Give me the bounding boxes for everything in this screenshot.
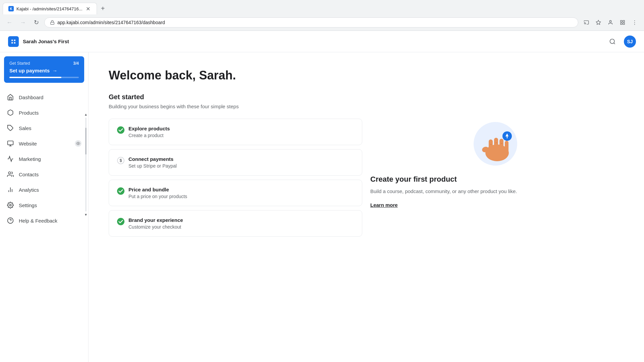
sidebar-item-label: Website xyxy=(19,141,70,146)
svg-rect-31 xyxy=(489,139,493,153)
sidebar-item-label: Dashboard xyxy=(19,95,82,100)
svg-rect-0 xyxy=(51,22,54,24)
bookmark-button[interactable] xyxy=(593,17,604,28)
nav-items: Dashboard Products Sales xyxy=(0,87,88,362)
get-started-section: Get started Building your business begin… xyxy=(109,93,624,109)
browser-chrome: K Kajabi - /admin/sites/214764716... ✕ +… xyxy=(0,0,644,31)
scroll-down-arrow[interactable]: ▼ xyxy=(84,213,88,217)
get-started-action: Set up payments → xyxy=(9,68,79,73)
active-tab[interactable]: K Kajabi - /admin/sites/214764716... ✕ xyxy=(3,3,97,14)
app-body: Get Started 3/4 Set up payments → xyxy=(0,52,644,362)
page-title: Welcome back, Sarah. xyxy=(109,68,624,82)
forward-button[interactable]: → xyxy=(17,17,28,28)
sidebar-item-help[interactable]: Help & Feedback xyxy=(0,213,88,228)
product-cta-description: Build a course, podcast, community, or a… xyxy=(370,188,624,195)
step-brand-experience[interactable]: Brand your experience Customize your che… xyxy=(109,210,362,237)
step-dollar-icon: $ xyxy=(117,157,124,164)
svg-point-19 xyxy=(8,172,11,174)
address-bar[interactable]: app.kajabi.com/admin/sites/2147647163/da… xyxy=(44,17,578,27)
product-cta-title: Create your first product xyxy=(370,175,624,184)
tab-favicon: K xyxy=(8,6,14,11)
sidebar-item-website[interactable]: Website xyxy=(0,136,88,151)
new-tab-button[interactable]: + xyxy=(98,4,108,13)
step-content: Connect payments Set up Stripe or Paypal xyxy=(128,156,177,169)
search-button[interactable] xyxy=(606,36,619,48)
svg-point-27 xyxy=(117,187,124,195)
get-started-progress: 3/4 xyxy=(73,61,79,66)
cast-button[interactable] xyxy=(581,17,592,28)
marketing-icon xyxy=(7,155,14,163)
step-subtitle: Put a price on your products xyxy=(128,194,187,199)
step-content: Explore products Create a product xyxy=(128,126,170,138)
scroll-up-arrow[interactable]: ▲ xyxy=(84,113,88,116)
step-explore-products[interactable]: Explore products Create a product xyxy=(109,119,362,145)
svg-point-3 xyxy=(609,20,611,22)
sidebar-item-label: Help & Feedback xyxy=(19,218,82,224)
sidebar-item-dashboard[interactable]: Dashboard xyxy=(0,89,88,105)
contacts-icon xyxy=(7,171,14,178)
step-title: Price and bundle xyxy=(128,187,187,192)
product-illustration xyxy=(370,119,624,166)
sidebar-item-settings[interactable]: Settings xyxy=(0,197,88,213)
avatar[interactable]: SJ xyxy=(624,36,636,48)
sidebar-item-contacts[interactable]: Contacts xyxy=(0,167,88,182)
sidebar-item-sales[interactable]: Sales xyxy=(0,120,88,136)
svg-rect-11 xyxy=(14,42,15,43)
get-started-arrow: → xyxy=(52,68,57,73)
step-content: Brand your experience Customize your che… xyxy=(128,217,183,230)
step-subtitle: Set up Stripe or Paypal xyxy=(128,163,177,169)
svg-rect-9 xyxy=(14,40,15,41)
url-text: app.kajabi.com/admin/sites/2147647163/da… xyxy=(57,20,573,25)
back-button[interactable]: ← xyxy=(4,17,15,28)
content-grid: Explore products Create a product $ Conn… xyxy=(109,119,624,237)
sidebar-scrollbar: ▲ ▼ xyxy=(84,113,88,217)
svg-point-28 xyxy=(117,218,124,225)
analytics-icon xyxy=(7,186,14,193)
profile-button[interactable] xyxy=(605,17,616,28)
get-started-label-text: Get Started xyxy=(9,61,30,66)
svg-rect-8 xyxy=(12,40,13,41)
svg-rect-33 xyxy=(499,139,503,153)
svg-rect-5 xyxy=(623,20,625,22)
sidebar-item-analytics[interactable]: Analytics xyxy=(0,182,88,197)
sidebar-item-marketing[interactable]: Marketing xyxy=(0,151,88,167)
header-brand: Sarah Jonas's First xyxy=(8,36,69,47)
step-check-icon xyxy=(117,126,124,134)
tab-close-button[interactable]: ✕ xyxy=(85,6,91,12)
browser-toolbar: ← → ↻ app.kajabi.com/admin/sites/2147647… xyxy=(0,14,644,31)
main-content: Welcome back, Sarah. Get started Buildin… xyxy=(89,52,644,362)
step-check-icon xyxy=(117,218,124,225)
svg-rect-34 xyxy=(505,141,508,153)
svg-rect-4 xyxy=(621,20,622,22)
sales-icon xyxy=(7,124,14,132)
svg-rect-40 xyxy=(507,136,507,138)
svg-point-12 xyxy=(610,39,614,43)
scrollbar-track xyxy=(85,118,87,212)
progress-bar-fill xyxy=(9,77,61,78)
reload-button[interactable]: ↻ xyxy=(31,17,42,28)
svg-rect-7 xyxy=(623,23,625,24)
section-title: Get started xyxy=(109,93,624,101)
step-header: Price and bundle Put a price on your pro… xyxy=(117,187,354,199)
svg-point-23 xyxy=(10,204,11,206)
step-title: Explore products xyxy=(128,126,170,131)
get-started-card[interactable]: Get Started 3/4 Set up payments → xyxy=(4,56,84,83)
tab-bar: K Kajabi - /admin/sites/214764716... ✕ + xyxy=(0,0,644,14)
extensions-button[interactable] xyxy=(617,17,628,28)
menu-button[interactable]: ⋮ xyxy=(629,17,640,28)
sidebar-item-products[interactable]: Products xyxy=(0,105,88,120)
app-header: Sarah Jonas's First SJ xyxy=(0,31,644,52)
step-subtitle: Create a product xyxy=(128,133,170,138)
website-badge xyxy=(75,140,82,147)
illustration-container xyxy=(470,119,524,166)
sidebar-item-label: Sales xyxy=(19,125,82,131)
step-connect-payments[interactable]: $ Connect payments Set up Stripe or Payp… xyxy=(109,149,362,176)
learn-more-link[interactable]: Learn more xyxy=(370,202,624,208)
svg-marker-2 xyxy=(596,20,600,24)
svg-point-18 xyxy=(78,143,79,144)
sidebar: Get Started 3/4 Set up payments → xyxy=(0,52,89,362)
svg-rect-6 xyxy=(621,23,622,24)
step-price-bundle[interactable]: Price and bundle Put a price on your pro… xyxy=(109,180,362,206)
get-started-action-text: Set up payments xyxy=(9,68,50,73)
step-header: Brand your experience Customize your che… xyxy=(117,217,354,230)
